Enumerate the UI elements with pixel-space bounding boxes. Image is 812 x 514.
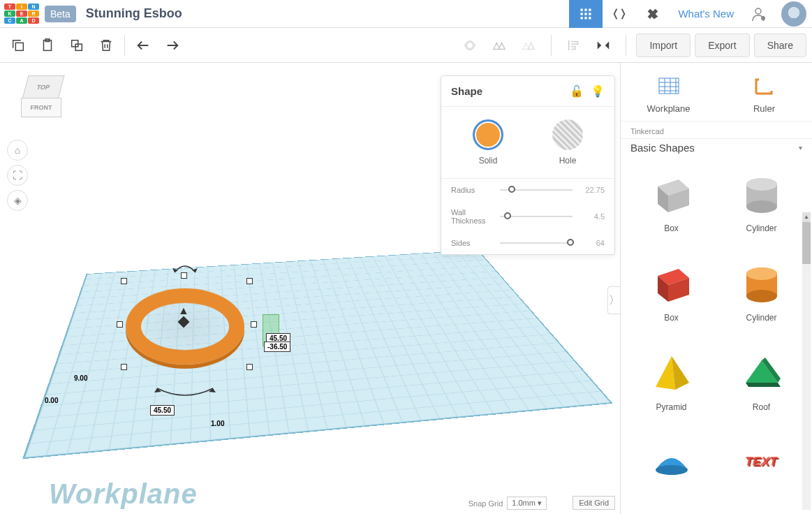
viewcube-front[interactable]: FRONT <box>21 98 61 117</box>
svg-rect-6 <box>581 17 583 19</box>
category-selector[interactable]: Basic Shapes <box>621 139 812 161</box>
sidebar-collapse-handle[interactable]: 〉 <box>607 286 620 314</box>
solid-option[interactable]: Solid <box>473 119 503 166</box>
account-icon[interactable]: + <box>742 0 776 28</box>
dim-neg[interactable]: -36.50 <box>264 342 290 352</box>
ortho-view-button[interactable]: ◈ <box>7 190 28 211</box>
hole-label: Hole <box>559 156 577 166</box>
move-z-arrow[interactable]: ▲ <box>178 304 189 317</box>
shape-text[interactable]: TEXT <box>723 437 799 506</box>
shapes-sidebar: Workplane Ruler Tinkercad Basic Shapes ▲… <box>620 63 812 514</box>
toolbar: Import Export Share <box>0 28 812 63</box>
sidebar-scrollbar[interactable] <box>802 222 811 510</box>
scroll-up-button[interactable]: ▲ <box>802 212 811 222</box>
svg-rect-16 <box>75 44 82 50</box>
svg-text:+: + <box>762 16 765 20</box>
selected-tube-shape[interactable]: ▲ <box>122 279 251 384</box>
dim-height[interactable]: 9.00 <box>71 374 90 383</box>
export-button[interactable]: Export <box>695 34 749 57</box>
ruler-icon <box>752 73 777 98</box>
shape-box-red[interactable]: Box <box>633 258 709 337</box>
mirror-button[interactable] <box>591 33 616 58</box>
delete-button[interactable] <box>94 33 119 58</box>
undo-button[interactable] <box>131 33 156 58</box>
shape-pyramid[interactable]: Pyramid <box>633 348 709 426</box>
svg-rect-8 <box>589 17 591 19</box>
tinkercad-logo[interactable]: TIN KER CAD <box>4 3 39 24</box>
workplane-watermark: Workplane <box>49 478 198 510</box>
svg-point-36 <box>746 290 777 302</box>
shape-cylinder-gray[interactable]: Cylinder <box>723 169 799 247</box>
shape-dome[interactable] <box>633 437 709 506</box>
svg-rect-7 <box>585 17 587 19</box>
beta-badge: Beta <box>45 6 76 22</box>
svg-point-43 <box>656 465 688 475</box>
copy-button[interactable] <box>6 33 31 58</box>
edit-grid-button[interactable]: Edit Grid <box>573 496 615 510</box>
svg-rect-5 <box>589 13 591 15</box>
svg-point-37 <box>746 267 777 280</box>
snap-grid-label: Snap Grid <box>468 499 503 508</box>
svg-rect-15 <box>72 40 78 46</box>
redo-button[interactable] <box>160 33 185 58</box>
hole-option[interactable]: Hole <box>552 119 583 166</box>
share-button[interactable]: Share <box>754 34 806 57</box>
param-radius[interactable]: Radius 22.75 <box>441 179 614 201</box>
group-button[interactable] <box>487 33 512 58</box>
import-button[interactable]: Import <box>636 34 691 57</box>
shape-roof[interactable]: Roof <box>723 348 799 426</box>
project-title[interactable]: Stunning Esboo <box>86 6 182 21</box>
lock-icon[interactable]: 🔓 <box>570 85 584 98</box>
workplane-icon <box>656 73 681 98</box>
shapes-grid: Box Cylinder Box Cylinder Pyramid Roof T… <box>621 161 812 514</box>
home-view-button[interactable]: ⌂ <box>7 140 28 161</box>
fit-view-button[interactable]: ⛶ <box>7 165 28 186</box>
shape-cylinder-orange[interactable]: Cylinder <box>723 258 799 337</box>
ungroup-button[interactable] <box>516 33 541 58</box>
rotate-z-handle[interactable] <box>150 383 220 404</box>
paste-button[interactable] <box>35 33 60 58</box>
dim-z[interactable]: 0.00 <box>42 396 61 405</box>
category-breadcrumb: Tinkercad <box>621 122 812 139</box>
svg-marker-42 <box>746 383 781 387</box>
svg-rect-1 <box>585 8 587 10</box>
view-cube[interactable]: TOP FRONT <box>20 75 67 123</box>
shape-box-gray[interactable]: Box <box>633 169 709 247</box>
dim-depth[interactable]: 45.50 <box>150 405 175 416</box>
lightbulb-icon[interactable]: 💡 <box>591 85 605 98</box>
show-all-button[interactable] <box>457 33 482 58</box>
svg-rect-4 <box>585 13 587 15</box>
svg-rect-2 <box>589 8 591 10</box>
grid-view-button[interactable] <box>569 0 603 28</box>
solid-label: Solid <box>479 156 498 166</box>
svg-rect-0 <box>581 8 583 10</box>
workplane-tool[interactable]: Workplane <box>621 63 716 121</box>
shape-panel-title: Shape <box>451 85 482 97</box>
align-button[interactable] <box>561 33 586 58</box>
snap-grid-select[interactable]: 1.0mm ▾ <box>507 497 547 510</box>
svg-rect-3 <box>581 13 583 15</box>
param-wall-thickness[interactable]: Wall Thickness 4.5 <box>441 201 614 232</box>
svg-rect-12 <box>15 43 23 50</box>
user-avatar[interactable] <box>781 1 806 27</box>
rotate-xy-handle[interactable] <box>171 258 199 279</box>
svg-point-29 <box>746 200 777 213</box>
duplicate-button[interactable] <box>64 33 89 58</box>
app-header: TIN KER CAD Beta Stunning Esboo What's N… <box>0 0 812 28</box>
dim-one[interactable]: 1.00 <box>208 419 227 428</box>
param-sides[interactable]: Sides 64 <box>441 232 614 254</box>
svg-point-30 <box>746 178 777 191</box>
minecraft-export-button[interactable] <box>636 0 670 28</box>
whats-new-link[interactable]: What's New <box>670 8 742 20</box>
code-blocks-button[interactable] <box>603 0 636 28</box>
grid-surface[interactable] <box>22 250 613 460</box>
ruler-tool[interactable]: Ruler <box>716 63 812 121</box>
shape-properties-panel: Shape 🔓 💡 Solid Hole Radius 22.75 Wall T… <box>441 75 615 255</box>
viewcube-top[interactable]: TOP <box>22 75 64 99</box>
svg-point-9 <box>755 8 761 14</box>
